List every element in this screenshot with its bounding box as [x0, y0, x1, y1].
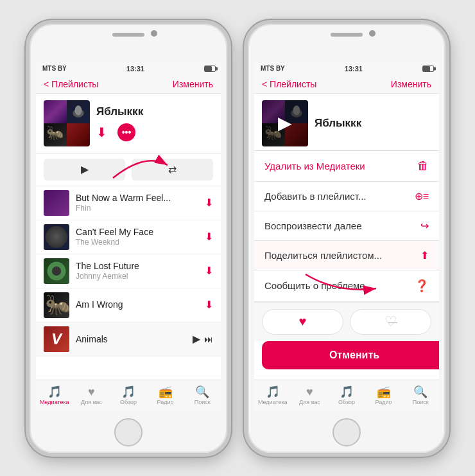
album-art-group-2: ▶ [262, 100, 308, 146]
play-overlay[interactable]: ▶ [262, 100, 308, 146]
camera-2 [369, 30, 376, 37]
action-play-next[interactable]: Воспроизвести далее ↪ [254, 211, 439, 241]
song-item-5[interactable]: V Animals ▶ ⏭ [36, 322, 221, 357]
cancel-button[interactable]: Отменить [262, 341, 439, 369]
song-item-2[interactable]: Can't Feel My Face The Weeknd ⬇ [36, 220, 221, 254]
tab-foryou-label-2: Для вас [299, 399, 320, 405]
shuffle-button[interactable]: ⇄ [132, 159, 213, 181]
action-delete[interactable]: Удалить из Медиатеки 🗑 [254, 151, 439, 182]
tab-foryou-label: Для вас [81, 399, 102, 405]
play-button[interactable]: ▶ [44, 159, 125, 181]
status-bar: MTS BY 13:31 [36, 62, 221, 75]
tab-library-label: Медиатека [40, 399, 69, 405]
battery-icon [204, 66, 216, 72]
action-report-label: Сообщить о проблеме... [264, 280, 373, 291]
cancel-area: Отменить [254, 341, 439, 380]
edit-button[interactable]: Изменить [173, 79, 213, 89]
tab-search-label-2: Поиск [413, 399, 429, 405]
song-info-2: Can't Feel My Face The Weeknd [76, 227, 198, 247]
camera [151, 30, 157, 37]
add-playlist-icon: ⊕≡ [415, 190, 429, 202]
library-icon-2: 🎵 [266, 386, 280, 398]
song-item-3[interactable]: The Lost Future Johnny Aemkel ⬇ [36, 254, 221, 288]
song-title-2: Can't Feel My Face [76, 227, 198, 237]
screen-2: MTS BY 13:31 < Плейлисты Изменить ▶ [254, 62, 439, 412]
carrier: MTS BY [42, 65, 67, 72]
battery-area-2 [422, 66, 434, 72]
back-button-2[interactable]: < Плейлисты [262, 79, 316, 89]
library-icon: 🎵 [48, 386, 62, 398]
radio-icon: 📻 [159, 386, 173, 398]
album-art-group [44, 100, 90, 146]
power-button[interactable] [227, 127, 230, 165]
song-title-3: The Lost Future [76, 261, 198, 271]
action-add-label: Добавить в плейлист... [264, 191, 367, 202]
tab-foryou[interactable]: ♥ Для вас [73, 386, 110, 405]
now-playing-controls: ▶ ⏭ [193, 333, 213, 345]
home-button-2[interactable] [332, 418, 361, 446]
action-play-next-label: Воспроизвести далее [264, 220, 362, 231]
vol-down-button[interactable] [27, 137, 30, 160]
play-icon[interactable]: ▶ [193, 333, 200, 345]
action-sheet: Удалить из Медиатеки 🗑 Добавить в плейли… [254, 150, 439, 380]
playlist-info-2: Яблыккк [315, 117, 431, 130]
next-icon[interactable]: ⏭ [204, 334, 213, 344]
vol-down-button-2[interactable] [245, 137, 248, 160]
action-share[interactable]: Поделиться плейлистом... ⬆ [254, 241, 439, 270]
tab-library[interactable]: 🎵 Медиатека [36, 386, 73, 405]
unlove-button[interactable]: ♡̶ [350, 309, 431, 335]
playlist-name: Яблыккк [96, 105, 213, 118]
song-artist-2: The Weeknd [76, 238, 198, 247]
song-item-4[interactable]: Am I Wrong ⬇ [36, 288, 221, 322]
song-info-4: Am I Wrong [76, 299, 198, 310]
tab-library-2[interactable]: 🎵 Медиатека [254, 386, 291, 405]
tab-search[interactable]: 🔍 Поиск [184, 386, 221, 405]
tab-browse-label: Обзор [120, 399, 137, 405]
tab-bar-2: 🎵 Медиатека ♥ Для вас 🎵 Обзор 📻 Радио 🔍 … [254, 380, 439, 412]
more-button[interactable]: ••• [117, 123, 135, 141]
song-artist-1: Fhin [76, 204, 198, 213]
home-button-1[interactable] [114, 418, 142, 446]
download-btn-3[interactable]: ⬇ [205, 265, 213, 277]
action-report[interactable]: Сообщить о проблеме... ❓ [254, 270, 439, 302]
action-delete-label: Удалить из Медиатеки [264, 161, 365, 172]
song-title-5: Animals [76, 334, 186, 344]
song-thumb-1 [44, 190, 69, 216]
tab-browse-label-2: Обзор [338, 399, 355, 405]
search-icon-2: 🔍 [413, 386, 428, 398]
radio-icon-2: 📻 [377, 386, 391, 398]
tab-browse[interactable]: 🎵 Обзор [110, 386, 147, 405]
art-cell-3 [44, 123, 67, 146]
browse-icon-2: 🎵 [340, 386, 354, 398]
power-button-2[interactable] [445, 127, 448, 165]
vol-up-button[interactable] [27, 107, 30, 130]
screen-1: MTS BY 13:31 < Плейлисты Изменить Яблыкк… [36, 62, 221, 412]
download-icon[interactable]: ⬇ [96, 125, 107, 140]
playlist-header-2: ▶ Яблыккк [254, 94, 439, 154]
play-overlay-icon: ▶ [278, 112, 292, 134]
song-item-1[interactable]: But Now a Warm Feel... Fhin ⬇ [36, 186, 221, 220]
tab-search-2[interactable]: 🔍 Поиск [402, 386, 439, 405]
tab-radio-2[interactable]: 📻 Радио [365, 386, 402, 405]
song-info-5: Animals [76, 334, 186, 344]
tab-browse-2[interactable]: 🎵 Обзор [328, 386, 365, 405]
tab-radio-label-2: Радио [376, 399, 392, 405]
action-add-playlist[interactable]: Добавить в плейлист... ⊕≡ [254, 182, 439, 211]
download-btn-1[interactable]: ⬇ [205, 197, 213, 209]
tab-foryou-2[interactable]: ♥ Для вас [291, 386, 329, 405]
tab-bar-1: 🎵 Медиатека ♥ Для вас 🎵 Обзор 📻 Радио 🔍 … [36, 380, 221, 412]
phone-1: MTS BY 13:31 < Плейлисты Изменить Яблыкк… [26, 20, 231, 457]
foryou-icon: ♥ [88, 386, 95, 398]
tab-radio[interactable]: 📻 Радио [147, 386, 184, 405]
vol-up-button-2[interactable] [245, 107, 248, 130]
nav-bar-1: < Плейлисты Изменить [36, 75, 221, 94]
foryou-icon-2: ♥ [306, 386, 313, 398]
love-button[interactable]: ♥ [262, 309, 343, 335]
edit-button-2[interactable]: Изменить [391, 79, 431, 89]
download-btn-2[interactable]: ⬇ [205, 231, 213, 243]
tab-search-label: Поиск [194, 399, 211, 405]
song-title-4: Am I Wrong [76, 299, 198, 310]
download-btn-4[interactable]: ⬇ [205, 299, 213, 311]
back-button[interactable]: < Плейлисты [44, 79, 98, 89]
speaker [112, 33, 144, 37]
